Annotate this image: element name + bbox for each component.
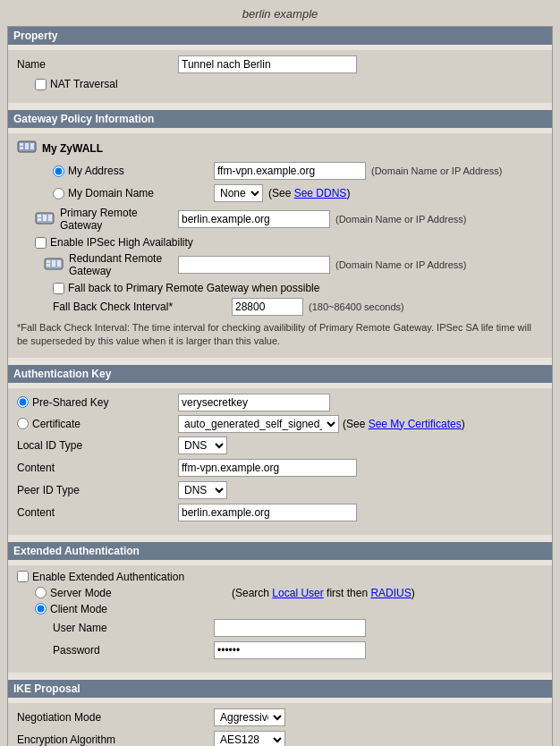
name-input[interactable] [178,55,357,73]
gateway-policy-body: My ZyWALL My Address (Domain Name or IP … [8,133,552,358]
svg-rect-3 [25,143,29,149]
svg-rect-1 [20,143,23,146]
page-container: berlin example Property Name NAT Travers… [0,0,560,746]
pre-shared-radio[interactable] [17,396,29,408]
user-name-label: User Name [53,622,214,634]
user-name-input[interactable] [214,619,366,637]
extended-auth-header: Extended Authentication [8,542,552,560]
ike-proposal-header: IKE Proposal [8,680,552,698]
see-ddns-text: (See See DDNS) [268,187,350,199]
my-address-input[interactable] [214,162,366,180]
auth-key-header: Authentication Key [8,365,552,383]
pre-shared-input[interactable] [178,394,330,411]
negotiation-mode-row: Negotiation Mode Main Aggressive [17,708,543,726]
local-content-input[interactable] [178,459,357,477]
peer-id-type-select[interactable]: DNS IP Email FQDN [178,481,227,499]
local-id-type-row: Local ID Type DNS IP Email FQDN [17,437,543,454]
name-row: Name [17,55,543,73]
server-mode-radio[interactable] [35,587,47,598]
negotiation-mode-select[interactable]: Main Aggressive [214,708,285,726]
fallback-row: Fall back to Primary Remote Gateway when… [17,282,543,294]
redundant-remote-input[interactable] [178,256,330,274]
ike-proposal-body: Negotiation Mode Main Aggressive Encrypt… [8,703,552,746]
encryption-algo-select[interactable]: DES 3DES AES128 AES192 AES256 [214,731,285,746]
primary-remote-input[interactable] [178,210,330,228]
pre-shared-row: Pre-Shared Key [17,394,543,411]
negotiation-mode-label: Negotiation Mode [17,711,214,724]
peer-content-label: Content [17,506,178,519]
redundant-remote-label: Redundant Remote Gateway [69,252,178,277]
primary-remote-icon [35,210,55,229]
ddns-link[interactable]: See DDNS [294,187,347,199]
redundant-remote-hint: (Domain Name or IP Address) [335,259,467,270]
local-id-type-label: Local ID Type [17,439,178,452]
local-user-link[interactable]: Local User [272,587,323,599]
peer-content-row: Content [17,504,543,521]
svg-rect-13 [52,260,55,267]
my-address-radio[interactable] [53,165,64,177]
encryption-algo-label: Encryption Algorithm [17,733,214,746]
my-address-row: My Address (Domain Name or IP Address) [17,162,543,180]
certificate-label: Certificate [32,418,81,430]
property-section: Property Name NAT Traversal [8,27,552,103]
encryption-algo-row: Encryption Algorithm DES 3DES AES128 AES… [17,731,543,746]
password-row: Password [17,641,543,659]
my-zywall-label: My ZyWALL [42,142,103,155]
client-mode-row: Client Mode [17,603,543,615]
fallback-interval-label: Fall Back Check Interval* [53,301,232,313]
gateway-policy-header: Gateway Policy Information [8,110,552,128]
zywall-icon [17,139,37,157]
svg-rect-2 [20,147,23,149]
name-label: Name [17,58,178,71]
enable-ext-auth-checkbox[interactable] [17,571,29,582]
enable-ipsec-label: Enable IPSec High Availability [50,236,193,249]
fallback-interval-hint: (180~86400 seconds) [309,301,404,312]
client-mode-radio[interactable] [35,603,47,615]
server-mode-hint: (Search Local User first then RADIUS) [232,587,415,599]
my-domain-name-label: My Domain Name [68,187,154,199]
enable-ipsec-row: Enable IPSec High Availability [17,236,543,249]
redundant-remote-row: Redundant Remote Gateway (Domain Name or… [17,252,543,277]
nat-traversal-label: NAT Traversal [50,78,118,90]
svg-rect-14 [57,260,61,267]
certificate-row: Certificate auto_generated_self_signed_c… [17,415,543,433]
fallback-interval-input[interactable] [232,298,303,316]
client-mode-label: Client Mode [50,603,107,615]
local-id-type-select[interactable]: DNS IP Email FQDN [178,437,227,454]
radius-link[interactable]: RADIUS [370,587,411,599]
svg-rect-9 [48,215,52,221]
fallback-note: *Fall Back Check Interval: The time inte… [17,321,543,349]
svg-rect-12 [47,264,50,267]
enable-ipsec-checkbox[interactable] [35,237,47,249]
see-certs-text: (See See My Certificates) [343,418,465,430]
domain-name-select[interactable]: None [214,184,263,202]
primary-remote-row: Primary Remote Gateway (Domain Name or I… [17,207,543,232]
svg-rect-4 [30,143,34,149]
first-then-text: first then [327,587,368,599]
certificate-radio[interactable] [17,418,29,429]
pre-shared-label: Pre-Shared Key [32,396,108,409]
gateway-policy-section: Gateway Policy Information [8,110,552,358]
page-subtitle: berlin example [7,7,553,21]
password-input[interactable] [214,641,366,659]
svg-rect-6 [38,215,41,217]
auth-key-body: Pre-Shared Key Certificate auto_generate… [8,388,552,535]
my-certificates-link[interactable]: See My Certificates [369,418,462,430]
server-mode-row: Server Mode (Search Local User first the… [17,587,543,599]
nat-traversal-row: NAT Traversal [17,78,543,90]
my-address-hint: (Domain Name or IP Address) [371,165,503,176]
svg-rect-11 [47,260,50,263]
my-domain-radio[interactable] [53,188,64,199]
nat-traversal-checkbox[interactable] [35,79,47,90]
peer-content-input[interactable] [178,504,357,521]
certificate-select[interactable]: auto_generated_self_signed_cert [178,415,339,433]
redundant-icon [44,256,64,275]
fallback-interval-row: Fall Back Check Interval* (180~86400 sec… [17,298,543,316]
peer-id-type-label: Peer ID Type [17,484,178,496]
user-name-row: User Name [17,619,543,637]
content-area: Property Name NAT Traversal Gateway Poli… [7,26,553,746]
my-domain-name-row: My Domain Name None (See See DDNS) [17,184,543,202]
fallback-checkbox[interactable] [53,283,64,294]
my-address-label: My Address [68,165,124,177]
extended-auth-body: Enable Extended Authentication Server Mo… [8,565,552,673]
